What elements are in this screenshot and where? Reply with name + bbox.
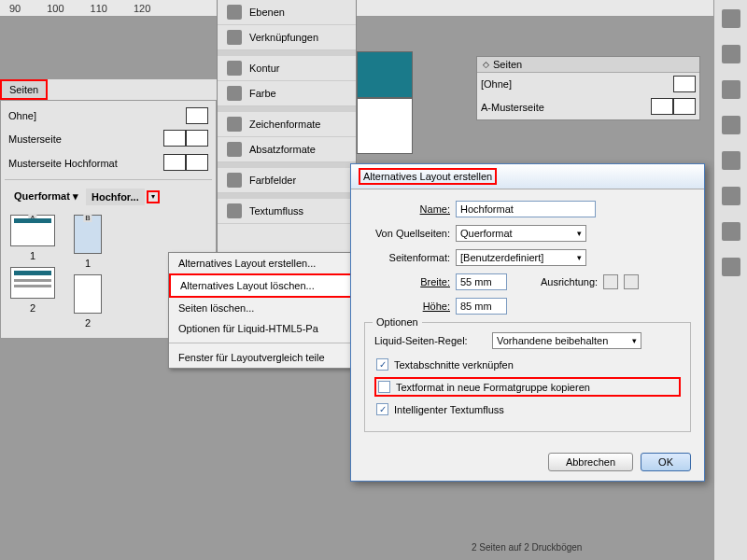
width-input[interactable] [456,273,507,290]
master-none[interactable]: Ohne] [5,105,212,127]
ctx-delete-pages[interactable]: Seiten löschen... [169,298,352,318]
ctx-compare-window[interactable]: Fenster für Layoutvergleich teile [169,347,352,368]
layout-tab-hoch[interactable]: Hochfor... [86,189,145,205]
master-none[interactable]: [Ohne] [477,73,699,95]
char-icon [227,117,242,132]
panel-textwrap[interactable]: Textumfluss [218,199,356,224]
cancel-button[interactable]: Abbrechen [548,453,633,471]
swatches-icon [227,173,242,188]
pages-tab[interactable]: Seiten [0,79,48,100]
pages-tab[interactable]: Seiten [493,59,522,70]
page-thumb[interactable] [74,274,102,314]
chk-copy-styles[interactable]: Textformat in neue Formatgruppe kopieren [374,377,681,397]
chk-smart-reflow[interactable]: ✓Intelligenter Textumfluss [374,401,681,417]
checkbox-icon: ✓ [376,358,388,371]
links-icon [227,30,242,45]
liquid-label: Liquid-Seiten-Regel: [374,335,486,346]
color-icon [227,86,242,101]
panel-color[interactable]: Farbe [218,81,356,106]
orientation-portrait-icon[interactable] [603,274,618,289]
right-toolstrip [713,0,747,560]
para-icon [227,142,242,157]
name-label: Name: [364,203,450,215]
src-label: Von Quellseiten: [364,228,450,239]
page-thumb[interactable]: A [10,215,55,246]
horizontal-ruler: 90100110120 [0,0,747,17]
alt-layout-dialog: Alternatives Layout erstellen Name: Von … [350,163,705,482]
tool-icon[interactable] [722,9,740,28]
master-page-hoch[interactable]: Musterseite Hochformat [5,151,212,175]
context-menu: Alternatives Layout erstellen... Alterna… [168,252,353,369]
status-bar: 2 Seiten auf 2 Druckbögen [472,542,582,553]
layout-dropdown-icon[interactable]: ▾ [147,190,160,203]
tool-icon[interactable] [722,151,740,170]
pages-panel-right: ◇Seiten [Ohne] A-Musterseite [476,56,700,120]
tool-icon[interactable] [722,45,740,63]
height-label: Höhe: [364,301,450,312]
ctx-delete-alt[interactable]: Alternatives Layout löschen... [169,273,352,298]
stroke-icon [227,61,242,76]
panel-stroke[interactable]: Kontur [218,56,356,81]
fmt-label: Seitenformat: [364,252,450,263]
options-group: Optionen Liquid-Seiten-Regel:Vorhandene … [364,322,691,432]
tool-icon[interactable] [722,258,740,276]
panel-parastyles[interactable]: Absatzformate [218,137,356,162]
dialog-title: Alternatives Layout erstellen [359,168,497,185]
source-select[interactable]: Querformat [456,225,586,242]
panel-dock: Ebenen Verknüpfungen Kontur Farbe Zeiche… [217,0,357,252]
panel-charstyles[interactable]: Zeichenformate [218,112,356,137]
document-page-preview [357,51,413,98]
panel-swatches[interactable]: Farbfelder [218,168,356,193]
document-page-preview [357,98,413,154]
tool-icon[interactable] [722,116,740,134]
page-thumb[interactable]: B [74,215,102,254]
pageformat-select[interactable]: [Benutzerdefiniert] [456,249,586,266]
checkbox-icon [378,381,390,393]
layout-tab-quer[interactable]: Querformat ▾ [8,188,84,205]
layers-icon [227,5,242,20]
master-a[interactable]: A-Musterseite [477,95,699,119]
liquid-rule-select[interactable]: Vorhandene beibehalten [492,332,641,349]
orientation-landscape-icon[interactable] [624,274,639,289]
panel-links[interactable]: Verknüpfungen [218,25,356,50]
tool-icon[interactable] [722,80,740,99]
ctx-create-alt[interactable]: Alternatives Layout erstellen... [169,253,352,273]
checkbox-icon: ✓ [376,403,388,415]
tool-icon[interactable] [722,187,740,205]
name-input[interactable] [456,201,596,217]
tool-icon[interactable] [722,222,740,241]
orient-label: Ausrichtung: [541,276,598,287]
page-thumb[interactable] [10,267,55,299]
textwrap-icon [227,203,242,218]
chk-link-text[interactable]: ✓Textabschnitte verknüpfen [374,357,681,372]
width-label: Breite: [364,276,450,287]
ok-button[interactable]: OK [641,453,691,471]
height-input[interactable] [456,298,507,315]
master-page[interactable]: Musterseite [5,127,212,151]
ctx-liquid-options[interactable]: Optionen für Liquid-HTML5-Pa [169,318,352,339]
panel-ebenen[interactable]: Ebenen [218,0,356,25]
